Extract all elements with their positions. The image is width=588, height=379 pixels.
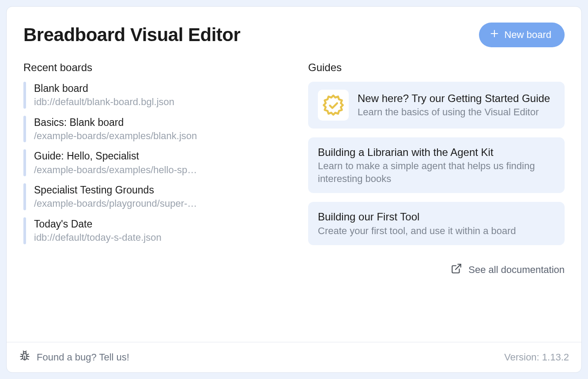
svg-line-6: [21, 354, 23, 355]
recent-board-path: /example-boards/examples/blank.json: [34, 129, 280, 143]
external-link-icon: [451, 263, 462, 277]
recent-board-title: Today's Date: [34, 217, 280, 231]
guide-card[interactable]: Building our First ToolCreate your first…: [308, 202, 565, 245]
svg-line-7: [26, 354, 28, 355]
recent-list: Blank boardidb://default/blank-board.bgl…: [23, 82, 280, 244]
recent-board-item[interactable]: Today's Dateidb://default/today-s-date.j…: [23, 217, 280, 244]
columns: Recent boards Blank boardidb://default/b…: [23, 61, 565, 277]
recent-text: Specialist Testing Grounds/example-board…: [34, 183, 280, 210]
guides-heading: Guides: [308, 61, 565, 74]
recent-board-item[interactable]: Specialist Testing Grounds/example-board…: [23, 183, 280, 210]
guides-list: New here? Try our Getting Started GuideL…: [308, 82, 565, 245]
recent-text: Guide: Hello, Specialist/example-boards/…: [34, 149, 280, 176]
guide-text: New here? Try our Getting Started GuideL…: [358, 91, 550, 119]
recent-board-title: Guide: Hello, Specialist: [34, 149, 280, 163]
welcome-card: Breadboard Visual Editor New board Recen…: [6, 6, 582, 373]
recent-board-title: Blank board: [34, 82, 280, 95]
recent-marker: [23, 217, 26, 244]
recent-marker: [23, 149, 26, 176]
new-board-label: New board: [505, 29, 551, 41]
recent-board-item[interactable]: Guide: Hello, Specialist/example-boards/…: [23, 149, 280, 176]
recent-board-path: /example-boards/examples/hello-sp…: [34, 163, 280, 177]
recent-board-path: idb://default/blank-board.bgl.json: [34, 95, 280, 109]
recent-marker: [23, 82, 26, 109]
see-all-label: See all documentation: [468, 264, 565, 276]
recent-text: Today's Dateidb://default/today-s-date.j…: [34, 217, 280, 244]
footer: Found a bug? Tell us! Version: 1.13.2: [7, 342, 581, 372]
report-bug-link[interactable]: Found a bug? Tell us!: [19, 350, 129, 364]
see-all-documentation-link[interactable]: See all documentation: [451, 263, 565, 277]
card-body: Breadboard Visual Editor New board Recen…: [7, 7, 581, 342]
bug-icon: [19, 350, 30, 364]
recent-board-title: Specialist Testing Grounds: [34, 183, 280, 197]
bug-label: Found a bug? Tell us!: [37, 352, 129, 363]
guide-desc: Create your first tool, and use it withi…: [318, 225, 516, 238]
svg-line-11: [23, 351, 24, 352]
recent-board-item[interactable]: Basics: Blank board/example-boards/examp…: [23, 116, 280, 143]
guide-title: New here? Try our Getting Started Guide: [358, 91, 550, 105]
recent-marker: [23, 116, 26, 143]
new-board-button[interactable]: New board: [479, 23, 565, 47]
svg-line-12: [26, 351, 26, 352]
recent-column: Recent boards Blank boardidb://default/b…: [23, 61, 280, 277]
guide-text: Building our First ToolCreate your first…: [318, 210, 516, 237]
guide-card[interactable]: New here? Try our Getting Started GuideL…: [308, 82, 565, 129]
svg-line-9: [26, 358, 28, 359]
verified-badge-icon: [318, 90, 349, 121]
svg-line-8: [21, 358, 23, 359]
recent-board-path: /example-boards/playground/super-…: [34, 197, 280, 210]
recent-board-path: idb://default/today-s-date.json: [34, 231, 280, 244]
recent-heading: Recent boards: [23, 61, 280, 74]
recent-marker: [23, 183, 26, 210]
recent-board-title: Basics: Blank board: [34, 116, 280, 129]
header-row: Breadboard Visual Editor New board: [23, 23, 565, 47]
recent-text: Blank boardidb://default/blank-board.bgl…: [34, 82, 280, 109]
svg-line-2: [456, 264, 461, 269]
guide-title: Building a Librarian with the Agent Kit: [318, 145, 555, 159]
guide-card[interactable]: Building a Librarian with the Agent KitL…: [308, 137, 565, 193]
recent-board-item[interactable]: Blank boardidb://default/blank-board.bgl…: [23, 82, 280, 109]
see-all-row: See all documentation: [308, 263, 565, 277]
recent-text: Basics: Blank board/example-boards/examp…: [34, 116, 280, 143]
guide-title: Building our First Tool: [318, 210, 516, 224]
version-label: Version: 1.13.2: [504, 352, 569, 363]
guide-desc: Learn the basics of using the Visual Edi…: [358, 106, 550, 119]
plus-icon: [490, 29, 499, 41]
guide-text: Building a Librarian with the Agent KitL…: [318, 145, 555, 185]
guides-column: Guides New here? Try our Getting Started…: [308, 61, 565, 277]
guide-desc: Learn to make a simple agent that helps …: [318, 160, 555, 185]
page-title: Breadboard Visual Editor: [23, 24, 240, 45]
